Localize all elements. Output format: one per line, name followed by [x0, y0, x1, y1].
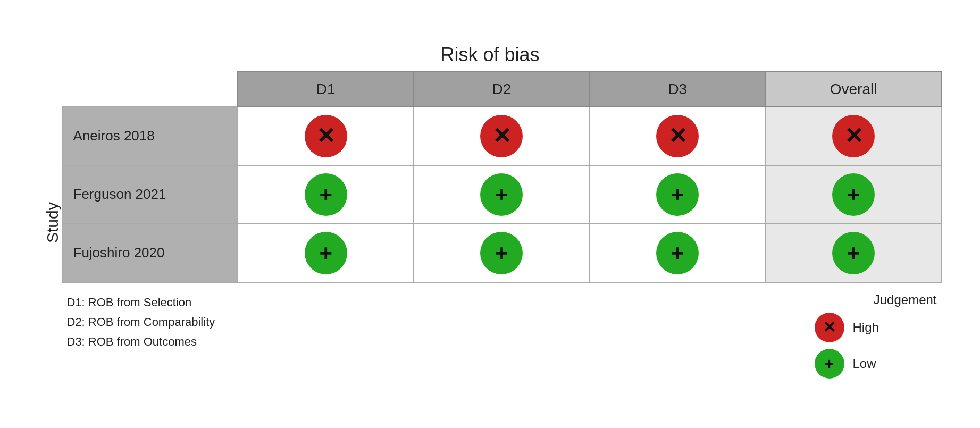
legend-items: ✕High+Low — [815, 313, 879, 385]
circle-overall-2: + — [832, 232, 875, 274]
rob-table: D1 D2 D3 Overall Aneiros 2018✕✕✕✕Ferguso… — [62, 71, 942, 283]
cell-overall-0: ✕ — [766, 107, 942, 165]
circle-d2-0: ✕ — [480, 115, 523, 157]
study-name-2: Fujoshiro 2020 — [62, 224, 238, 282]
footnote-1: D2: ROB from Comparability — [67, 312, 215, 332]
study-name-1: Ferguson 2021 — [62, 165, 238, 224]
legend-circle-high: ✕ — [815, 313, 844, 342]
chart-title: Risk of bias — [440, 44, 539, 66]
legend-label-low: Low — [853, 356, 876, 371]
circle-d1-0: ✕ — [305, 115, 347, 157]
legend-title: Judgement — [874, 292, 937, 307]
footnotes: D1: ROB from SelectionD2: ROB from Compa… — [67, 292, 215, 385]
legend-item-low: +Low — [815, 349, 879, 379]
circle-overall-0: ✕ — [832, 115, 875, 157]
study-name-0: Aneiros 2018 — [62, 107, 238, 165]
footnote-2: D3: ROB from Outcomes — [67, 332, 215, 351]
main-area: Study D1 D2 D3 Overall Aneiros 2018✕✕✕✕F… — [38, 71, 942, 385]
col-study-header — [62, 72, 238, 107]
circle-d1-1: + — [305, 173, 347, 216]
bottom-area: D1: ROB from SelectionD2: ROB from Compa… — [62, 292, 942, 385]
col-d1-header: D1 — [238, 72, 414, 107]
cell-d2-1: + — [414, 165, 590, 224]
footnote-0: D1: ROB from Selection — [67, 292, 215, 312]
col-d2-header: D2 — [414, 72, 590, 107]
cell-d3-0: ✕ — [590, 107, 766, 165]
cell-d3-2: + — [590, 224, 766, 282]
cell-overall-2: + — [766, 224, 942, 282]
col-overall-header: Overall — [766, 72, 942, 107]
cell-d3-1: + — [590, 165, 766, 224]
circle-d2-1: + — [480, 173, 523, 216]
circle-d2-2: + — [480, 232, 523, 274]
cell-d2-0: ✕ — [414, 107, 590, 165]
cell-d2-2: + — [414, 224, 590, 282]
legend-label-high: High — [853, 320, 879, 335]
y-axis-label: Study — [38, 108, 62, 337]
cell-overall-1: + — [766, 165, 942, 224]
circle-d3-2: + — [656, 232, 699, 274]
cell-d1-2: + — [238, 224, 414, 282]
legend: Judgement ✕High+Low — [815, 292, 942, 385]
col-d3-header: D3 — [590, 72, 766, 107]
circle-overall-1: + — [832, 173, 875, 216]
cell-d1-0: ✕ — [238, 107, 414, 165]
legend-circle-low: + — [815, 349, 844, 379]
table-and-legend: D1 D2 D3 Overall Aneiros 2018✕✕✕✕Ferguso… — [62, 71, 942, 385]
circle-d1-2: + — [305, 232, 347, 274]
circle-d3-0: ✕ — [656, 115, 699, 157]
legend-item-high: ✕High — [815, 313, 879, 342]
circle-d3-1: + — [656, 173, 699, 216]
cell-d1-1: + — [238, 165, 414, 224]
main-container: Risk of bias Study D1 D2 D3 Overall Anei… — [38, 44, 942, 385]
